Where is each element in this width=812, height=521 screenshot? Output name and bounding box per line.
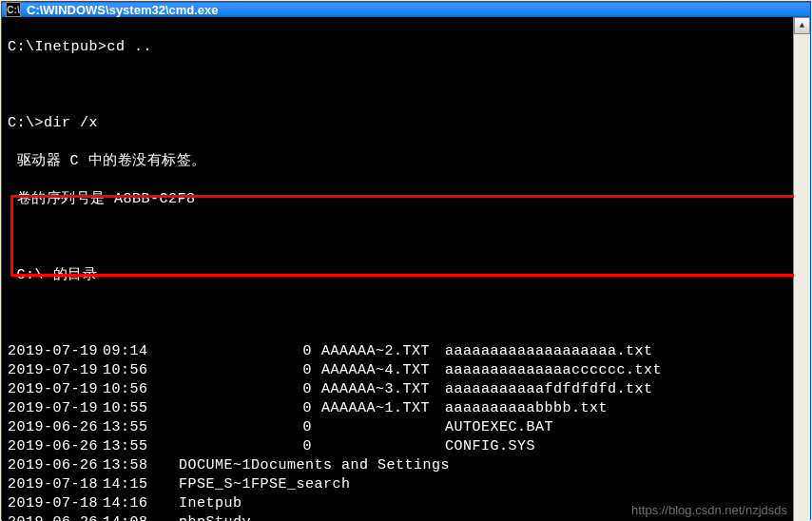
col-size: 0	[255, 418, 321, 437]
scroll-track[interactable]	[794, 34, 810, 521]
col-dir	[169, 361, 255, 380]
app-icon: C:\	[6, 2, 21, 17]
dir-row: 2019-07-1909:140AAAAAA~2.TXTaaaaaaaaaaaa…	[8, 342, 787, 361]
col-size: 0	[255, 342, 321, 361]
col-dir	[169, 342, 255, 361]
dir-row: 2019-06-2613:58DOCUME~1Documents and Set…	[8, 456, 787, 475]
dir-row: 2019-07-1910:560AAAAAA~3.TXTaaaaaaaaaaaf…	[8, 380, 787, 399]
col-name: phpStudy	[179, 514, 251, 521]
prompt: C:\Inetpub>	[8, 39, 107, 55]
col-size	[169, 476, 179, 492]
dir-row: 2019-07-1910:560AAAAAA~4.TXTaaaaaaaaaaaa…	[8, 361, 787, 380]
dir-row: 2019-07-1910:550AAAAAA~1.TXTaaaaaaaaaabb…	[8, 399, 787, 418]
col-shortname: AAAAAA~3.TXT	[321, 380, 445, 399]
col-name: aaaaaaaaaaaaaacccccc.txt	[445, 361, 662, 380]
output-line: 卷的序列号是 A8BB-C2F8	[8, 190, 787, 209]
col-shortname: DOCUME~1	[179, 457, 251, 473]
col-name: Inetpub	[179, 495, 242, 511]
col-date: 2019-06-26	[8, 456, 103, 475]
col-time: 13:55	[103, 418, 169, 437]
col-dir	[169, 399, 255, 418]
output-line: C:\ 的目录	[8, 266, 787, 285]
cmd-text: dir /x	[44, 115, 98, 131]
col-dir	[169, 437, 255, 456]
col-size	[169, 514, 179, 521]
col-time: 10:56	[103, 380, 169, 399]
dir-row: 2019-07-1814:15FPSE_S~1FPSE_search	[8, 475, 787, 494]
col-size	[169, 495, 179, 511]
col-dir: phpStudy	[169, 513, 255, 521]
col-name: aaaaaaaaaaafdfdfdfd.txt	[445, 380, 653, 399]
col-date: 2019-06-26	[8, 513, 103, 521]
col-dir: FPSE_S~1FPSE_search	[169, 475, 255, 494]
col-date: 2019-07-19	[8, 361, 103, 380]
prompt: C:\>	[8, 115, 44, 131]
col-name: FPSE_search	[251, 476, 351, 492]
col-name: CONFIG.SYS	[445, 437, 535, 456]
scrollbar[interactable]: ▲ ▼	[793, 17, 810, 521]
col-time: 09:14	[103, 342, 169, 361]
col-date: 2019-07-19	[8, 399, 103, 418]
cmd-text: cd ..	[107, 39, 153, 55]
col-time: 14:15	[103, 475, 169, 494]
dir-row: 2019-06-2613:550AUTOEXEC.BAT	[8, 418, 787, 437]
console-content[interactable]: C:\Inetpub>cd .. C:\>dir /x 驱动器 C 中的卷没有标…	[2, 17, 793, 521]
col-time: 14:16	[103, 494, 169, 513]
col-size: 0	[255, 399, 321, 418]
console-area: C:\Inetpub>cd .. C:\>dir /x 驱动器 C 中的卷没有标…	[2, 17, 810, 521]
watermark: https://blog.csdn.net/nzjdsds	[631, 503, 787, 517]
col-size: 0	[255, 380, 321, 399]
col-shortname: AAAAAA~2.TXT	[321, 342, 445, 361]
col-date: 2019-07-18	[8, 475, 103, 494]
col-time: 13:55	[103, 437, 169, 456]
col-name: aaaaaaaaaaaaaaaaaaa.txt	[445, 342, 653, 361]
col-shortname: FPSE_S~1	[179, 476, 251, 492]
col-date: 2019-06-26	[8, 418, 103, 437]
col-shortname: AAAAAA~1.TXT	[321, 399, 445, 418]
col-date: 2019-07-19	[8, 380, 103, 399]
dir-row: 2019-06-2613:550CONFIG.SYS	[8, 437, 787, 456]
col-name: AUTOEXEC.BAT	[445, 418, 553, 437]
col-date: 2019-07-19	[8, 342, 103, 361]
col-date: 2019-06-26	[8, 437, 103, 456]
col-shortname: AAAAAA~4.TXT	[321, 361, 445, 380]
title-text: C:\WINDOWS\system32\cmd.exe	[27, 3, 806, 17]
col-size	[169, 457, 179, 473]
col-dir	[169, 380, 255, 399]
cmd-window: C:\ C:\WINDOWS\system32\cmd.exe C:\Inetp…	[1, 1, 811, 520]
col-size: 0	[255, 361, 321, 380]
col-dir: DOCUME~1Documents and Settings	[169, 456, 255, 475]
col-date: 2019-07-18	[8, 494, 103, 513]
col-shortname	[321, 418, 445, 437]
scroll-up-button[interactable]: ▲	[794, 17, 810, 34]
col-shortname	[321, 437, 445, 456]
output-line: 驱动器 C 中的卷没有标签。	[8, 152, 787, 171]
col-name: Documents and Settings	[251, 457, 450, 473]
col-time: 10:56	[103, 361, 169, 380]
col-dir	[169, 418, 255, 437]
col-dir: Inetpub	[169, 494, 255, 513]
titlebar[interactable]: C:\ C:\WINDOWS\system32\cmd.exe	[2, 2, 810, 17]
col-time: 10:55	[103, 399, 169, 418]
col-name: aaaaaaaaaabbbb.txt	[445, 399, 608, 418]
col-time: 13:58	[103, 456, 169, 475]
col-time: 14:08	[103, 513, 169, 521]
col-size: 0	[255, 437, 321, 456]
